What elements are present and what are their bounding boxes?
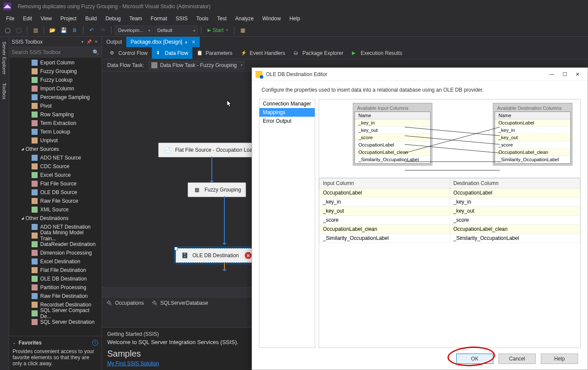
- menu-format[interactable]: Format: [147, 14, 172, 23]
- toolbox-item[interactable]: SQL Server Destination: [9, 318, 102, 326]
- table-row[interactable]: _key_in_key_in: [320, 198, 580, 207]
- new-project-icon[interactable]: ▥: [31, 26, 40, 35]
- toolbox-item[interactable]: Dimension Processing: [9, 249, 102, 257]
- solution-config-combo[interactable]: Developm...: [115, 26, 153, 35]
- column-row[interactable]: OccupationLabel_clean: [355, 149, 430, 156]
- panel-menu-icon[interactable]: ▾: [79, 39, 85, 44]
- toolbox-item[interactable]: ADO NET Source: [9, 153, 102, 162]
- open-icon[interactable]: 📂: [48, 26, 57, 35]
- help-button[interactable]: Help: [541, 354, 578, 364]
- cancel-button[interactable]: Cancel: [499, 354, 536, 364]
- dialog-nav-mappings[interactable]: Mappings: [259, 108, 315, 117]
- toolbox-item[interactable]: Export Column: [9, 58, 102, 67]
- table-row[interactable]: _key_out_key_out: [320, 207, 580, 216]
- dialog-titlebar[interactable]: OLE DB Destination Editor — ☐ ✕: [252, 68, 588, 81]
- toolbox-group[interactable]: Other Destinations: [9, 214, 102, 223]
- column-row[interactable]: _Similarity_OccupationLabel: [495, 156, 570, 163]
- table-row[interactable]: OccupationLabelOccupationLabel: [320, 188, 580, 198]
- tab-package[interactable]: Package.dtsx [Design] ⏵ ✕: [126, 37, 200, 47]
- rail-toolbox[interactable]: Toolbox: [0, 79, 8, 103]
- chevron-down-icon[interactable]: ⌄: [13, 341, 16, 345]
- ok-button[interactable]: OK: [456, 354, 493, 364]
- menu-debug[interactable]: Debug: [101, 14, 125, 23]
- connection-item[interactable]: 🔌Occupations: [106, 300, 144, 306]
- toolbox-item[interactable]: CDC Source: [9, 162, 102, 171]
- gs-link[interactable]: My First SSIS Solution: [107, 360, 159, 367]
- toolbox-search[interactable]: Search SSIS Toolbox 🔍: [9, 47, 102, 57]
- help-icon[interactable]: ?: [92, 340, 98, 346]
- fuzzy-grouping-node[interactable]: ▦ Fuzzy Grouping: [188, 182, 246, 197]
- toolbox-item[interactable]: Pivot: [9, 102, 102, 110]
- menu-build[interactable]: Build: [81, 14, 101, 23]
- menu-help[interactable]: Help: [285, 14, 304, 23]
- column-row[interactable]: OccupationLabel_clean: [495, 149, 570, 156]
- column-row[interactable]: _key_out: [495, 134, 570, 141]
- toolbox-item[interactable]: Data Mining Model Train...: [9, 231, 102, 240]
- designer-tab-execution-results[interactable]: ▶Execution Results: [348, 47, 406, 59]
- undo-icon[interactable]: ↶: [87, 26, 96, 35]
- column-row[interactable]: _score: [355, 134, 430, 141]
- toolbox-item[interactable]: Fuzzy Lookup: [9, 76, 102, 84]
- designer-tab-data-flow[interactable]: ⬇Data Flow: [152, 47, 192, 59]
- pin-icon[interactable]: ⏵: [185, 40, 189, 45]
- column-row[interactable]: _key_in: [495, 127, 570, 134]
- toolbox-item[interactable]: Raw File Source: [9, 197, 102, 205]
- column-row[interactable]: _Similarity_OccupationLabel: [355, 156, 430, 163]
- minimize-icon[interactable]: —: [545, 70, 558, 79]
- oledb-destination-node[interactable]: 🗄️ OLE DB Destination ✕: [176, 248, 256, 263]
- column-row[interactable]: OccupationLabel: [355, 141, 430, 149]
- menu-project[interactable]: Project: [56, 14, 81, 23]
- pin-icon[interactable]: 📌: [86, 39, 92, 44]
- toolbox-item[interactable]: Import Column: [9, 84, 102, 93]
- toolbox-group[interactable]: Other Sources: [9, 145, 102, 153]
- menu-analyze[interactable]: Analyze: [231, 14, 258, 23]
- menu-tools[interactable]: Tools: [192, 14, 213, 23]
- menu-edit[interactable]: Edit: [19, 14, 36, 23]
- toolbox-item[interactable]: Term Extraction: [9, 119, 102, 128]
- close-icon[interactable]: ✕: [571, 70, 584, 79]
- table-row[interactable]: _score_score: [320, 216, 580, 225]
- close-icon[interactable]: ✕: [192, 39, 195, 45]
- menu-file[interactable]: File: [2, 14, 19, 23]
- column-row[interactable]: _key_out: [355, 127, 430, 134]
- column-row[interactable]: _score: [495, 141, 570, 149]
- menu-team[interactable]: Team: [125, 14, 146, 23]
- mapping-table[interactable]: Input ColumnDestination ColumnOccupation…: [319, 178, 580, 348]
- toolbox-item[interactable]: Partition Processing: [9, 283, 102, 292]
- table-row[interactable]: _Similarity_OccupationLabel_Similarity_O…: [320, 234, 580, 243]
- menu-view[interactable]: View: [36, 14, 56, 23]
- designer-tab-parameters[interactable]: 📋Parameters: [192, 47, 236, 59]
- menu-ssis[interactable]: SSIS: [172, 14, 192, 23]
- toolbox-item[interactable]: OLE DB Source: [9, 188, 102, 197]
- toolbox-item[interactable]: Excel Source: [9, 171, 102, 179]
- maximize-icon[interactable]: ☐: [558, 70, 571, 79]
- dialog-nav-error-output[interactable]: Error Output: [259, 117, 315, 125]
- table-row[interactable]: OccupationLabel_cleanOccupationLabel_cle…: [320, 225, 580, 234]
- toolbox-item[interactable]: Flat File Source: [9, 179, 102, 188]
- toolbox-item[interactable]: Raw File Destination: [9, 292, 102, 300]
- column-row[interactable]: OccupationLabel: [495, 119, 570, 127]
- nav-back-icon[interactable]: ◯: [3, 26, 12, 35]
- menu-test[interactable]: Test: [213, 14, 231, 23]
- save-icon[interactable]: 💾: [59, 26, 68, 35]
- toolbox-item[interactable]: Row Sampling: [9, 110, 102, 119]
- toolbox-item[interactable]: DataReader Destination: [9, 240, 102, 249]
- extension-icon[interactable]: ▦: [238, 26, 247, 35]
- flat-file-source-node[interactable]: 📄 Flat File Source - Occupation Load: [158, 143, 260, 157]
- connection-item[interactable]: 🔌SQLServerDatabase: [152, 300, 208, 306]
- toolbox-item[interactable]: XML Source: [9, 205, 102, 214]
- redo-icon[interactable]: ↷: [98, 26, 108, 35]
- toolbox-item[interactable]: Fuzzy Grouping: [9, 67, 102, 76]
- nav-fwd-icon[interactable]: ◯: [14, 26, 23, 35]
- toolbox-item[interactable]: Flat File Destination: [9, 266, 102, 274]
- menu-window[interactable]: Window: [258, 14, 285, 23]
- save-all-icon[interactable]: 🗎: [70, 26, 80, 35]
- task-combo[interactable]: Data Flow Task - Fuzzy Grouping: [148, 61, 245, 70]
- toolbox-item[interactable]: Term Lookup: [9, 128, 102, 136]
- toolbox-item[interactable]: SQL Server Compact De...: [9, 309, 102, 318]
- rail-server-explorer[interactable]: Server Explorer: [0, 38, 8, 78]
- start-button[interactable]: Start▾: [205, 26, 230, 35]
- toolbox-item[interactable]: Percentage Sampling: [9, 93, 102, 102]
- designer-tab-event-handlers[interactable]: ⚡Event Handlers: [236, 47, 289, 59]
- designer-tab-control-flow[interactable]: ⚙Control Flow: [105, 47, 152, 59]
